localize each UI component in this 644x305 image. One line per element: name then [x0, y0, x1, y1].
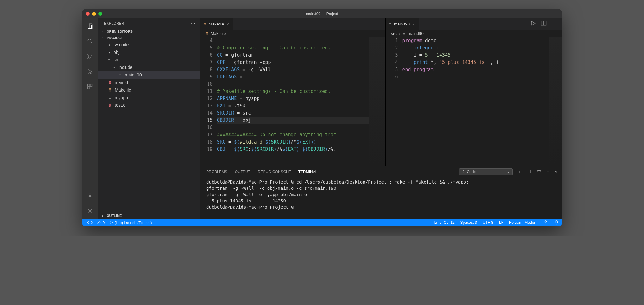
extensions-icon[interactable] — [85, 82, 95, 91]
breadcrumb-item[interactable]: src — [391, 31, 397, 36]
file-item[interactable]: Dtest.d — [98, 101, 200, 109]
editor-group-right: ≡ main.f90 × ··· src › ≡ — [386, 18, 562, 166]
makefile-icon: M — [206, 31, 208, 36]
folder-item[interactable]: ›obj — [98, 48, 200, 56]
terminal-selector-label: 2: Code — [463, 170, 476, 174]
status-errors[interactable]: 0 — [85, 220, 93, 225]
breadcrumb-item[interactable]: main.f90 — [408, 31, 424, 36]
chevron-right-icon: › — [100, 214, 105, 217]
accounts-icon[interactable] — [85, 191, 95, 201]
sidebar-more-icon[interactable]: ··· — [191, 21, 196, 25]
code-editor-left[interactable]: 45678910111213141516171819 # Compiler se… — [200, 37, 385, 166]
run-debug-icon[interactable] — [85, 67, 95, 76]
d-file-icon: D — [107, 103, 113, 108]
chevron-down-icon: › — [107, 58, 112, 62]
panel-tab-terminal[interactable]: TERMINAL — [298, 167, 318, 177]
panel-tab-debug-console[interactable]: DEBUG CONSOLE — [258, 167, 291, 177]
code-editor-right[interactable]: 123456 program demo integer i i = 5 + 14… — [386, 37, 562, 166]
editor-more-icon[interactable]: ··· — [375, 21, 380, 27]
minimap[interactable] — [369, 37, 385, 166]
editor-more-icon[interactable]: ··· — [551, 21, 557, 27]
explorer-icon[interactable] — [85, 21, 95, 31]
svg-point-8 — [89, 194, 91, 196]
breadcrumbs-left[interactable]: M Makefile — [200, 30, 385, 37]
outline-section[interactable]: › OUTLINE — [98, 212, 200, 219]
close-tab-icon[interactable]: × — [412, 22, 415, 26]
panel-tab-problems[interactable]: PROBLEMS — [206, 167, 227, 177]
search-icon[interactable] — [85, 37, 95, 46]
chevron-right-icon: › — [107, 42, 112, 47]
tree-item-label: .vscode — [114, 42, 129, 47]
tree-item-label: main.d — [115, 80, 128, 85]
project-section[interactable]: › PROJECT — [98, 35, 200, 41]
window-title: main.f90 — Project — [306, 12, 338, 16]
svg-point-2 — [88, 58, 89, 59]
folder-item[interactable]: ›.vscode — [98, 41, 200, 48]
terminal-selector[interactable]: 2: Code ⌄ — [459, 168, 513, 175]
trash-icon[interactable] — [536, 169, 541, 175]
status-language[interactable]: Fortran - Modern — [509, 220, 537, 225]
breadcrumbs-right[interactable]: src › ≡ main.f90 — [386, 30, 562, 37]
d-file-icon: D — [107, 80, 113, 85]
run-icon[interactable] — [530, 20, 536, 28]
maximize-window[interactable] — [98, 12, 102, 16]
minimap[interactable] — [549, 37, 562, 166]
tab-main-f90[interactable]: ≡ main.f90 × — [386, 18, 419, 30]
file-item[interactable]: ≡main.f90 — [98, 71, 200, 79]
app-window: main.f90 — Project — [82, 9, 562, 226]
new-terminal-icon[interactable]: ＋ — [518, 169, 521, 175]
file-item[interactable]: MMakefile — [98, 86, 200, 94]
titlebar: main.f90 — Project — [82, 9, 562, 18]
tree-item-label: Makefile — [115, 88, 131, 93]
svg-point-4 — [90, 72, 92, 74]
sidebar-title: EXPLORER — [104, 21, 124, 25]
makefile-icon: M — [204, 22, 206, 26]
file-tree: ›.vscode›obj›src›include≡main.f90Dmain.d… — [98, 41, 200, 212]
close-tab-icon[interactable]: × — [226, 22, 229, 26]
bell-icon[interactable] — [554, 220, 559, 226]
status-eol[interactable]: LF — [499, 220, 503, 225]
status-launch[interactable]: (lldb) Launch (Project) — [109, 220, 152, 225]
status-warnings[interactable]: 0 — [97, 220, 105, 225]
svg-rect-5 — [88, 84, 90, 87]
split-editor-icon[interactable] — [541, 20, 547, 28]
tree-item-label: myapp — [115, 95, 128, 100]
makefile-icon: M — [107, 88, 113, 93]
chevron-down-icon: › — [112, 65, 117, 70]
open-editors-section[interactable]: › OPEN EDITORS — [98, 28, 200, 35]
chevron-right-icon: › — [100, 30, 105, 33]
tab-makefile[interactable]: M Makefile × — [200, 18, 233, 30]
chevron-down-icon: › — [101, 36, 104, 40]
close-panel-icon[interactable]: × — [555, 170, 557, 174]
split-terminal-icon[interactable] — [526, 169, 531, 175]
file-icon: ≡ — [117, 72, 123, 77]
fortran-file-icon: ≡ — [389, 22, 392, 26]
chevron-up-icon[interactable]: ⌃ — [547, 170, 550, 174]
minimize-window[interactable] — [92, 12, 96, 16]
tree-item-label: src — [114, 57, 119, 62]
folder-item[interactable]: ›include — [98, 64, 200, 71]
file-item[interactable]: Dmain.d — [98, 79, 200, 86]
panel-tab-output[interactable]: OUTPUT — [235, 167, 250, 177]
terminal-output[interactable]: dubbelda@Davids-Mac-Pro Project % cd /Us… — [200, 178, 562, 219]
tree-item-label: test.d — [115, 103, 125, 108]
feedback-icon[interactable] — [543, 220, 548, 226]
file-item[interactable]: ≡myapp — [98, 94, 200, 101]
file-icon: ≡ — [107, 95, 113, 100]
folder-item[interactable]: ›src — [98, 56, 200, 64]
source-control-icon[interactable] — [85, 52, 95, 61]
tab-label: Makefile — [209, 22, 224, 26]
editor-group-left: M Makefile × ··· M Makefile 45678910111 — [200, 18, 386, 166]
bottom-panel: PROBLEMS OUTPUT DEBUG CONSOLE TERMINAL 2… — [200, 166, 562, 219]
status-cursor[interactable]: Ln 5, Col 12 — [434, 220, 455, 225]
outline-label: OUTLINE — [107, 214, 122, 217]
breadcrumb-item: Makefile — [211, 31, 226, 36]
chevron-down-icon: ⌄ — [507, 170, 510, 174]
settings-gear-icon[interactable] — [85, 206, 95, 216]
tree-item-label: include — [119, 65, 132, 70]
svg-point-9 — [89, 210, 91, 212]
close-window[interactable] — [86, 12, 90, 16]
status-spaces[interactable]: Spaces: 3 — [460, 220, 477, 225]
status-encoding[interactable]: UTF-8 — [483, 220, 493, 225]
tab-label: main.f90 — [394, 22, 410, 26]
